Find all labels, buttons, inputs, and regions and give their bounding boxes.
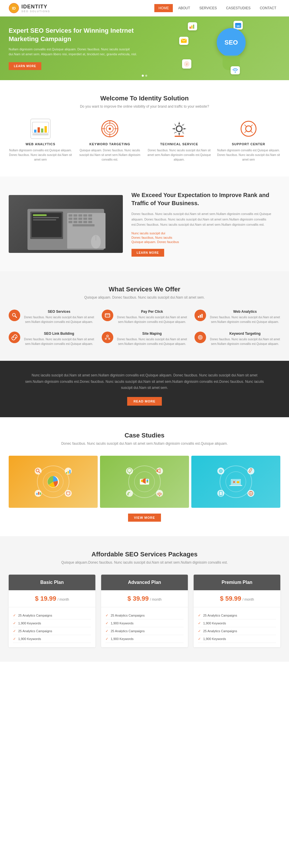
premium-plan-name: Premium Plan	[199, 580, 275, 585]
support-center-desc: Nullam dignissem convallis est.Quisque a…	[217, 148, 280, 162]
read-more-button[interactable]: READ MORE	[127, 397, 162, 406]
svg-text:ID: ID	[12, 6, 16, 10]
basic-feature-4: ✓ 1,900 Keywords	[13, 635, 91, 643]
svg-rect-80	[66, 472, 67, 474]
basic-price-amount: $ 19.99	[35, 595, 56, 602]
technical-service-label: TECHNICAL SERVICE	[147, 142, 211, 146]
seo-services-desc: Donec faucibus. Nunc iaculis suscipit du…	[24, 315, 95, 324]
check-icon-4: ✓	[13, 637, 16, 641]
hero-section: Expert SEO Services for Winning Inetrnet…	[0, 17, 289, 80]
svg-rect-63	[198, 316, 199, 318]
keyword-targeting-service-desc: Donec faucibus. Nunc iaculis suscipit du…	[210, 337, 280, 346]
svg-point-110	[220, 470, 221, 472]
advanced-plan-name: Advanced Plan	[106, 580, 183, 585]
basic-feature-4-text: 1,900 Keywords	[18, 637, 41, 641]
site-mapping-desc: Donec faucibus. Nunc iaculis suscipit du…	[117, 337, 187, 346]
services-section: What Services We Offer Quisque aliquam. …	[0, 271, 289, 361]
case-card-3[interactable]	[191, 456, 280, 508]
services-title: What Services We Offer	[9, 286, 280, 293]
hero-learn-more-button[interactable]: LEARN MORE	[9, 62, 41, 70]
svg-rect-56	[73, 224, 95, 226]
premium-feature-2-text: 1,900 Keywords	[203, 621, 226, 625]
svg-point-68	[109, 338, 110, 339]
improve-link-2: Donec faucibus, Nunc iaculis	[132, 236, 280, 239]
service-link-building: SEO Link Building Donec faucibus. Nunc i…	[9, 332, 95, 346]
svg-rect-13	[34, 130, 36, 132]
case-card-2[interactable]	[100, 456, 189, 508]
dot-2[interactable]	[145, 75, 147, 77]
welcome-subtitle: Do you want to improve the online visibi…	[9, 104, 280, 108]
nav-home[interactable]: HOME	[154, 4, 173, 12]
service-seo: SEO Services Donec faucibus. Nunc iaculi…	[9, 310, 95, 324]
svg-point-66	[107, 335, 108, 337]
advanced-plan-header: Advanced Plan	[101, 575, 188, 590]
dot-1[interactable]	[142, 75, 144, 77]
improve-link-1: Nunc iaculis suscipit dui	[132, 231, 280, 235]
basic-plan-name: Basic Plan	[14, 580, 90, 585]
service-ppc: Pay Per Click Donec faucibus. Nunc iacul…	[102, 310, 187, 324]
basic-feature-3: ✓ 25 Analytics Campaigns	[13, 627, 91, 635]
svg-rect-39	[33, 219, 57, 220]
dark-band-text: Nunc iaculis suscipit dui.Nam sit amet s…	[23, 372, 266, 391]
service-site-mapping: Site Maping Donec faucibus. Nunc iaculis…	[102, 332, 187, 346]
svg-point-98	[128, 494, 129, 495]
svg-rect-54	[83, 221, 87, 223]
prem-check-2: ✓	[198, 621, 201, 625]
link-building-name: SEO Link Building	[24, 332, 95, 336]
svg-rect-50	[88, 218, 92, 220]
svg-point-76	[35, 468, 42, 474]
case-card-1[interactable]	[9, 456, 98, 508]
improve-learn-more-button[interactable]: LEARN MORE	[132, 249, 164, 257]
basic-feature-2-text: 1,900 Keywords	[18, 621, 41, 625]
site-mapping-name: Site Maping	[117, 332, 187, 336]
hero-float-music: ♪	[182, 59, 191, 69]
basic-plan-header: Basic Plan	[9, 575, 95, 590]
feature-keyword-targeting: KEYWORD TARGETING Quisque aliquam. Donec…	[78, 119, 142, 162]
features-grid: WEB ANALYTICS Nullam dignissem convallis…	[9, 119, 280, 162]
nav-services[interactable]: SERVICES	[195, 4, 221, 12]
logo-icon: ID	[9, 3, 19, 13]
improve-desc: Donec faucibus. Nunc iaculis suscipit du…	[132, 211, 280, 227]
svg-rect-3	[191, 26, 192, 29]
svg-rect-52	[73, 221, 77, 223]
hero-float-wifi	[230, 66, 240, 74]
advanced-price-period: / month	[150, 597, 161, 601]
advanced-plan-price: $ 39.99 / month	[101, 590, 188, 607]
svg-rect-53	[78, 221, 82, 223]
hero-title: Expert SEO Services for Winning Inetrnet…	[9, 27, 139, 43]
keyword-targeting-icon	[100, 119, 120, 139]
advanced-feature-4: ✓ 1,900 Keywords	[106, 635, 183, 643]
web-analytics-service-desc: Donec faucibus. Nunc iaculis suscipit du…	[210, 315, 280, 324]
svg-point-59	[12, 313, 15, 316]
feature-technical-service: TECHNICAL SERVICE Donec faucibus. Nunc i…	[147, 119, 211, 162]
improve-link-3: Quisque aliquam. Donec faucibus	[132, 240, 280, 244]
hero-float-email	[179, 37, 188, 45]
svg-line-30	[245, 125, 247, 127]
svg-rect-46	[69, 218, 72, 220]
hero-content: Expert SEO Services for Winning Inetrnet…	[9, 27, 139, 70]
view-more-button[interactable]: VIEW MORE	[128, 514, 161, 522]
adv-check-1: ✓	[106, 613, 108, 617]
support-center-icon	[239, 119, 259, 139]
pricing-grid: Basic Plan $ 19.99 / month ✓ 25 Analytic…	[9, 575, 280, 647]
pricing-subtitle: Quisque aliquam.Donec faucibus. Nunc iac…	[9, 560, 280, 564]
improve-section: We Exceed Your Expectation to Improve Ra…	[0, 177, 289, 271]
nav-casestudies[interactable]: CASESTUDIES	[222, 4, 255, 12]
web-analytics-icon	[30, 119, 50, 139]
svg-rect-84	[36, 493, 38, 495]
advanced-feature-3: ✓ 25 Analytics Campaigns	[106, 627, 183, 635]
svg-rect-36	[32, 213, 62, 237]
svg-rect-47	[73, 218, 77, 220]
adv-check-2: ✓	[106, 621, 108, 625]
services-subtitle: Quisque aliquam. Donec faucibus. Nunc ia…	[9, 296, 280, 300]
svg-rect-17	[32, 134, 48, 135]
logo-name: IDENTITY	[22, 4, 50, 10]
technical-service-icon	[169, 119, 189, 139]
svg-rect-51	[69, 221, 72, 223]
basic-feature-1: ✓ 25 Analytics Campaigns	[13, 612, 91, 619]
feature-support-center: SUPPORT CENTER Nullam dignissem convalli…	[217, 119, 280, 162]
nav-about[interactable]: ABOUT	[174, 4, 194, 12]
nav-contact[interactable]: CONTACT	[256, 4, 280, 12]
svg-rect-49	[83, 218, 87, 220]
case-studies-view-more: VIEW MORE	[9, 514, 280, 522]
